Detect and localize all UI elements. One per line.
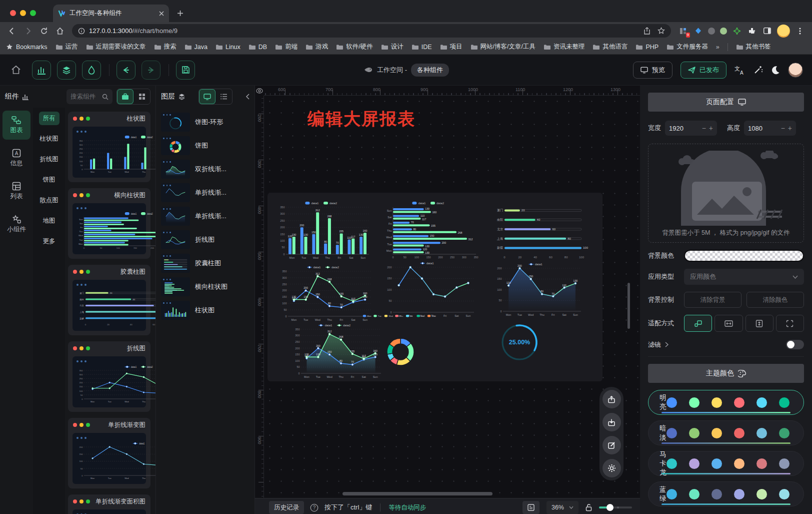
close-window-icon[interactable] [10, 10, 16, 16]
collapse-panel-icon[interactable] [246, 94, 250, 100]
sidebar-item-2[interactable]: A信息 [2, 144, 30, 173]
bookmark-folder[interactable]: 搜索 [154, 43, 176, 51]
language-icon[interactable]: 文A [734, 65, 746, 75]
browser-tab[interactable]: 工作空间-各种组件 [53, 5, 169, 22]
sidebar-item-4[interactable]: 小组件 [2, 210, 30, 239]
dark-mode-moon-icon[interactable] [771, 66, 780, 75]
canvas-chart-d_capsule[interactable]: 厦门20南阳40北京60上海80新疆100020406080100 [492, 204, 592, 260]
side-panel-icon[interactable] [762, 26, 772, 36]
component-search[interactable] [66, 89, 112, 104]
layer-item[interactable]: 折线图 [161, 230, 250, 249]
canvas-chart-d_lineg[interactable]: 050100150200MonTueWedThuFriSatSundata1 [382, 260, 478, 319]
canvas-area[interactable]: 6007008009001000110012001300 20030040050… [255, 86, 640, 498]
grid-view-button[interactable] [134, 89, 150, 104]
plus-icon[interactable]: + [709, 124, 713, 132]
clear-background-button[interactable]: 清除背景 [684, 292, 742, 308]
bookmarks-overflow[interactable]: » [716, 44, 720, 51]
search-input[interactable] [70, 93, 100, 100]
share-icon[interactable] [644, 27, 650, 35]
puzzle-icon[interactable] [747, 26, 757, 36]
component-card[interactable]: 单折线渐变图050100150200MonTueWedThuFriSatSund… [68, 418, 150, 488]
filter-toggle[interactable] [786, 340, 804, 349]
back-icon[interactable] [5, 24, 19, 38]
height-stepper[interactable]: 1080−+ [744, 121, 796, 136]
bookmark-star-icon[interactable] [658, 27, 665, 35]
layer-item[interactable]: 横向柱状图 [161, 277, 250, 296]
history-button[interactable]: 历史记录 [269, 501, 304, 514]
category-item[interactable]: 折线图 [36, 153, 62, 166]
bookmark-folder[interactable]: 软件/硬件 [336, 43, 372, 51]
fit-height-button[interactable] [746, 315, 774, 332]
layer-thumbnail-view-button[interactable] [199, 89, 216, 104]
clear-color-button[interactable]: 清除颜色 [746, 292, 804, 308]
width-stepper[interactable]: 1920−+ [665, 121, 717, 136]
tab-close-icon[interactable] [159, 11, 164, 16]
preview-button[interactable]: 预览 [633, 62, 672, 79]
bookmark-folder[interactable]: 运营 [56, 43, 78, 51]
theme-row[interactable]: 蓝绿 [648, 481, 804, 506]
canvas-chart-d_linega[interactable]: 050100150200MonTueWedThuFriSatSun1202001… [492, 261, 584, 318]
category-item[interactable]: 所有 [39, 112, 60, 125]
component-card[interactable]: 胶囊柱图厦门20南阳40北京60上海80新疆100020406080100 [68, 265, 150, 335]
settings-gear-icon[interactable] [602, 459, 621, 477]
layer-item[interactable]: 单折线渐... [161, 183, 250, 202]
home-icon[interactable] [53, 24, 67, 38]
details-panel-toggle-button[interactable] [82, 61, 101, 80]
user-avatar[interactable] [788, 63, 803, 78]
kebab-menu-icon[interactable] [795, 26, 805, 36]
horizontal-scrollbar[interactable] [342, 492, 492, 495]
sidebar-item-1[interactable]: 图表 [2, 111, 30, 140]
background-upload-dropzone[interactable]: 背景图需小于 5M ， 格式为 png/jpg/gif 的文件 [648, 144, 804, 243]
component-card[interactable]: 柱状图050100150200250300350MonTueWedThuFriS… [68, 112, 150, 182]
bookmark-folder[interactable]: 资讯未整理 [544, 43, 585, 51]
help-icon[interactable]: ? [310, 503, 318, 512]
save-button[interactable] [176, 61, 195, 80]
layer-item[interactable]: 饼图 [161, 136, 250, 155]
layer-item[interactable]: 单折线渐... [161, 207, 250, 226]
bookmark-folder[interactable]: 游戏 [306, 43, 328, 51]
ruler-eye-icon[interactable] [255, 86, 264, 96]
zoom-select[interactable]: 36% [546, 501, 578, 514]
theme-row[interactable]: 暗淡 [648, 420, 804, 445]
bookmark-folder[interactable]: 前端 [275, 43, 298, 51]
site-info-icon[interactable] [78, 28, 85, 35]
theme-row[interactable]: 明亮 [648, 390, 804, 415]
export-icon[interactable] [602, 390, 621, 408]
canvas-chart-d_bar[interactable]: 050100150200250300350MonTueWedThuFriSatS… [274, 200, 372, 261]
magic-wand-icon[interactable] [754, 65, 763, 75]
toolbox-view-button[interactable] [117, 89, 134, 104]
layer-item[interactable]: 柱状图 [161, 301, 250, 320]
theme-row[interactable]: 马卡龙 [648, 451, 804, 476]
bookmark-folder[interactable]: 网站/博客/文章/工具 [470, 43, 536, 51]
bookmark-folder[interactable]: Java [184, 43, 208, 51]
extension-icon[interactable] [720, 28, 727, 35]
bookmark-folder[interactable]: 设计 [381, 43, 404, 51]
charts-panel-toggle-button[interactable] [32, 61, 51, 80]
reload-icon[interactable] [37, 24, 51, 38]
sidebar-item-3[interactable]: 列表 [2, 177, 30, 206]
other-bookmarks[interactable]: 其他书签 [736, 43, 771, 51]
screen-title-text[interactable]: 编辑大屏报表 [308, 108, 416, 131]
redo-button[interactable] [142, 61, 160, 80]
extension-star-icon[interactable] [732, 26, 742, 36]
vertical-scrollbar[interactable] [628, 283, 630, 329]
category-item[interactable]: 散点图 [36, 194, 62, 207]
bookmark-folder[interactable]: DB [248, 43, 267, 51]
bookmark-folder[interactable]: 近期需要读的文章 [86, 43, 146, 51]
layer-item[interactable]: 胶囊柱图 [161, 254, 250, 273]
browser-profile-avatar[interactable] [777, 25, 790, 38]
zoom-slider[interactable] [599, 506, 632, 508]
bookmark-folder[interactable]: Linux [216, 43, 240, 51]
url-bar[interactable]: 127.0.0.1:3000/#/chart/home/9 [72, 24, 671, 38]
component-card[interactable]: 折线图050100150200250300350MonTueWedThuFriS… [68, 341, 150, 412]
extension-diamond-icon[interactable] [693, 26, 703, 36]
zoom-window-icon[interactable] [30, 10, 36, 16]
minimize-window-icon[interactable] [20, 10, 26, 16]
dashboard-preview[interactable]: 050100150200250300350MonTueWedThuFriSatS… [268, 193, 602, 381]
publish-button[interactable]: 已发布 [680, 62, 726, 79]
layers-panel-toggle-button[interactable] [57, 61, 76, 80]
lock-icon[interactable] [586, 503, 592, 511]
layer-list-view-button[interactable] [216, 89, 232, 104]
bookmark-folder[interactable]: IDE [412, 43, 432, 51]
component-card[interactable]: 单折线渐变面积图050100150200MonTueWedThuFriSatSu… [68, 494, 150, 514]
